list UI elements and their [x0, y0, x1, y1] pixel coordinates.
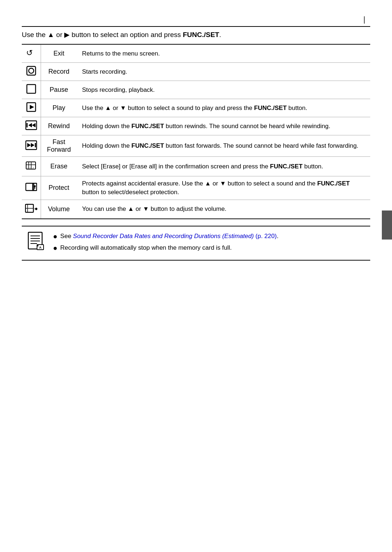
table-row: ProtectProtects against accidental erasu…	[22, 176, 370, 200]
table-row: RecordStarts recording.	[22, 63, 370, 81]
svg-marker-5	[30, 105, 34, 109]
svg-marker-11	[27, 143, 31, 147]
note-content: ● See Sound Recorder Data Rates and Reco…	[53, 232, 367, 255]
row-description: Holding down the FUNC./SET button fast f…	[77, 135, 370, 157]
svg-rect-1	[27, 66, 36, 75]
icon-fast_forward	[22, 135, 41, 157]
row-description: Use the ▲ or ▼ button to select a sound …	[77, 99, 370, 117]
page-header: |	[22, 15, 370, 27]
table-row: PauseStops recording, playback.	[22, 81, 370, 99]
icon-record	[22, 63, 41, 81]
icon-rewind	[22, 117, 41, 135]
svg-point-37	[37, 245, 38, 246]
svg-marker-12	[31, 143, 34, 147]
row-label: Volume	[41, 200, 77, 219]
row-description: Stops recording, playback.	[77, 81, 370, 99]
row-description: Starts recording.	[77, 63, 370, 81]
svg-marker-7	[28, 123, 32, 127]
svg-rect-9	[26, 123, 28, 127]
row-description: Returns to the menu screen.	[77, 44, 370, 63]
row-label: Exit	[41, 44, 77, 63]
row-description: Select [Erase] or [Erase all] in the con…	[77, 157, 370, 176]
svg-rect-13	[35, 143, 36, 147]
table-row: ♪ ♪ ♪ EraseSelect [Erase] or [Erase all]…	[22, 157, 370, 176]
icon-pause	[22, 81, 41, 99]
icon-erase: ♪ ♪ ♪	[22, 157, 41, 176]
row-label: Rewind	[41, 117, 77, 135]
svg-marker-8	[32, 123, 36, 127]
row-label: Record	[41, 63, 77, 81]
icon-volume: ◄►	[22, 200, 41, 219]
section-tab	[382, 210, 392, 240]
intro-line: Use the ▲ or ▶ button to select an optio…	[22, 30, 370, 39]
row-description: You can use the ▲ or ▼ button to adjust …	[77, 200, 370, 219]
table-row: ↺ExitReturns to the menu screen.	[22, 44, 370, 63]
row-description: Holding down the FUNC./SET button rewind…	[77, 117, 370, 135]
icon-play	[22, 99, 41, 117]
table-row: FastForwardHolding down the FUNC./SET bu…	[22, 135, 370, 157]
svg-point-2	[29, 68, 34, 73]
note-book-icon: A	[27, 232, 46, 252]
row-label: Protect	[41, 176, 77, 200]
svg-rect-3	[27, 85, 36, 93]
icon-protect	[22, 176, 41, 200]
svg-text:↺: ↺	[26, 48, 33, 57]
table-row: PlayUse the ▲ or ▼ button to select a so…	[22, 99, 370, 117]
table-row: ◄►VolumeYou can use the ▲ or ▼ button to…	[22, 200, 370, 219]
note-box: A ● See Sound Recorder Data Rates and Re…	[22, 226, 370, 261]
svg-point-23	[34, 185, 36, 187]
row-label: FastForward	[41, 135, 77, 157]
page-container: | Use the ▲ or ▶ button to select an opt…	[0, 0, 392, 290]
row-label: Play	[41, 99, 77, 117]
note-icon: A	[25, 232, 47, 254]
svg-text:A: A	[39, 246, 42, 249]
row-label: Pause	[41, 81, 77, 99]
row-label: Erase	[41, 157, 77, 176]
icon-exit: ↺	[22, 44, 41, 63]
svg-text:►: ►	[35, 206, 37, 211]
svg-text:♪: ♪	[32, 166, 34, 169]
row-description: Protects against accidental erasure. Use…	[77, 176, 370, 200]
svg-text:♪: ♪	[29, 167, 31, 169]
feature-table: ↺ExitReturns to the menu screen.RecordSt…	[22, 44, 370, 219]
table-row: RewindHolding down the FUNC./SET button …	[22, 117, 370, 135]
note-bullet-1: ● See Sound Recorder Data Rates and Reco…	[53, 232, 367, 241]
note-bullet-2: ● Recording will automatically stop when…	[53, 243, 367, 253]
svg-text:♪: ♪	[27, 167, 28, 169]
